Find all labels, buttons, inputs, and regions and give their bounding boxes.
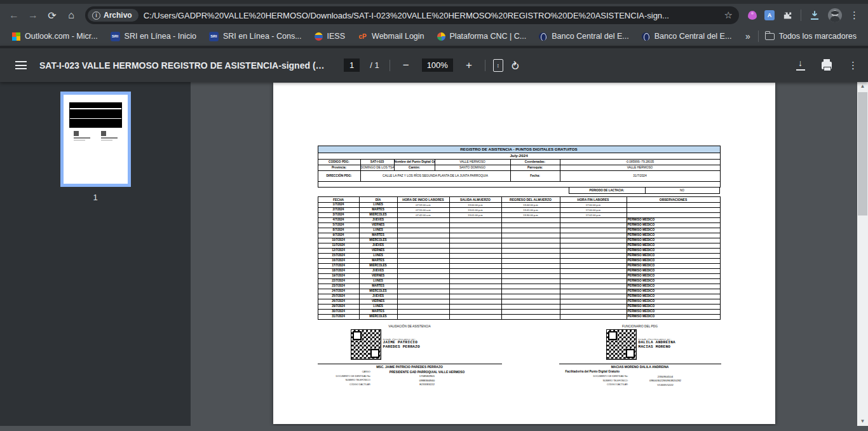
cell-observaciones bbox=[627, 213, 720, 218]
scrollbar-thumb[interactable] bbox=[858, 92, 867, 216]
file-scheme-chip[interactable]: i Archivo bbox=[88, 9, 139, 22]
cargo-value: Facilitador/ra del Punto Digital Gratuit… bbox=[566, 370, 620, 373]
browser-menu-icon[interactable]: ⋮ bbox=[850, 10, 859, 21]
cell-salida bbox=[449, 259, 501, 264]
thumbnail-sidebar: 1 bbox=[0, 82, 191, 426]
cell-dia: JUEVES bbox=[359, 294, 397, 299]
cell-dia: MIÉRCOLES bbox=[359, 264, 397, 269]
bookmark-item[interactable]: Banco Central del E... bbox=[533, 30, 635, 43]
bookmark-item[interactable]: SRI en Línea - Inicio bbox=[105, 30, 202, 43]
cell-fin bbox=[560, 304, 627, 310]
bookmark-item[interactable]: IESS bbox=[309, 30, 351, 43]
attendance-row: 29/7/2024 LUNES PERMISO MÉDICO bbox=[318, 304, 720, 310]
extensions-puzzle-icon[interactable] bbox=[782, 10, 793, 21]
bookmark-item[interactable]: SRI en Línea - Cons... bbox=[203, 30, 308, 43]
cell-observaciones bbox=[627, 203, 720, 208]
attendance-row: 8/7/2024 LUNES PERMISO MÉDICO bbox=[318, 228, 720, 233]
viewer-canvas: REGISTRO DE ASISTENCIA - PUNTOS DIGITALE… bbox=[191, 82, 857, 426]
cell-salida bbox=[449, 315, 501, 320]
cell-regreso bbox=[501, 254, 560, 259]
print-icon[interactable] bbox=[822, 62, 832, 69]
scroll-up-icon[interactable]: ▲ bbox=[857, 82, 868, 91]
cell-fecha: 16/7/2024 bbox=[318, 259, 359, 264]
menu-hamburger-icon[interactable] bbox=[15, 61, 27, 69]
cell-dia: LUNES bbox=[359, 254, 397, 259]
zoom-in-button[interactable]: + bbox=[461, 59, 477, 72]
bookmark-item[interactable]: Webmail Login bbox=[352, 30, 430, 43]
extension-icon[interactable] bbox=[748, 11, 757, 20]
bookmarks-overflow-chevron[interactable]: » bbox=[739, 31, 757, 41]
signature-section-title: FUNCIONARIO DEL PDG bbox=[559, 325, 721, 328]
zoom-out-button[interactable]: − bbox=[398, 59, 414, 72]
toolbar-divider bbox=[485, 60, 485, 71]
cell-salida bbox=[449, 249, 501, 254]
detail-value: 1708582901 bbox=[375, 374, 480, 378]
zoom-level[interactable]: 100% bbox=[422, 58, 453, 72]
bookmark-star-icon[interactable]: ☆ bbox=[724, 10, 733, 21]
cell-fecha: 2/7/2024 bbox=[318, 208, 359, 213]
cell-salida bbox=[449, 269, 501, 274]
back-icon[interactable]: ← bbox=[5, 6, 23, 24]
cell-fin bbox=[560, 279, 627, 284]
cell-inicio bbox=[397, 243, 449, 249]
cell-inicio bbox=[397, 238, 449, 243]
pdf-page: REGISTRO DE ASISTENCIA - PUNTOS DIGITALE… bbox=[273, 83, 775, 424]
cell-dia: MARTES bbox=[359, 310, 397, 315]
scroll-down-icon[interactable]: ▼ bbox=[857, 417, 868, 426]
bookmark-item[interactable]: Plataforma CNC | C... bbox=[431, 30, 532, 43]
direccion-value: CALLE LA PAZ Y LOS RÍOS SEGUNDA PLANTA D… bbox=[360, 171, 510, 182]
bookmark-label: Plataforma CNC | C... bbox=[450, 32, 527, 41]
forward-icon[interactable]: → bbox=[24, 6, 42, 24]
cell-regreso bbox=[501, 238, 560, 243]
fit-to-page-icon[interactable]: ↕ bbox=[493, 59, 503, 72]
reload-icon[interactable]: ⟳ bbox=[43, 6, 61, 24]
home-icon[interactable]: ⌂ bbox=[62, 6, 80, 24]
page-count: / 1 bbox=[370, 60, 379, 70]
download-icon[interactable] bbox=[796, 61, 805, 70]
cell-fecha: 18/7/2024 bbox=[318, 269, 359, 274]
cell-fin bbox=[560, 310, 627, 315]
page-number-input[interactable]: 1 bbox=[344, 58, 360, 72]
header-inicio: HORA DE INICIO LABORES bbox=[397, 197, 449, 203]
cell-fin bbox=[560, 254, 627, 259]
downloads-icon[interactable] bbox=[809, 10, 820, 21]
bookmarks-divider bbox=[758, 31, 759, 42]
page-thumbnail[interactable] bbox=[60, 92, 131, 187]
bookmark-item[interactable]: Outlook.com - Micr... bbox=[6, 30, 104, 43]
attendance-row: 16/7/2024 MARTES PERMISO MÉDICO bbox=[318, 259, 720, 264]
rotate-icon[interactable]: ⟳ bbox=[508, 60, 522, 69]
cell-dia: MARTES bbox=[359, 233, 397, 238]
attendance-row: 15/7/2024 LUNES PERMISO MÉDICO bbox=[318, 254, 720, 259]
cell-regreso bbox=[501, 264, 560, 269]
document-title: REGISTRO DE ASISTENCIA - PUNTOS DIGITALE… bbox=[318, 146, 720, 153]
attendance-row: 24/7/2024 MIÉRCOLES PERMISO MÉDICO bbox=[318, 289, 720, 294]
detail-label: CÓDIGO DACTILAR: bbox=[559, 383, 632, 386]
thumbnail-signatures-preview bbox=[74, 131, 118, 140]
bookmark-label: Webmail Login bbox=[372, 32, 424, 41]
vertical-scrollbar[interactable]: ▲ ▼ bbox=[857, 82, 868, 426]
parroquia-label: Parroquia: bbox=[510, 165, 560, 171]
scheme-label: Archivo bbox=[104, 11, 132, 20]
folder-icon bbox=[765, 33, 775, 40]
cell-fin bbox=[560, 243, 627, 249]
detail-label: NÚMERO TELEFÓNICO: bbox=[318, 379, 375, 381]
attendance-row: 9/7/2024 MARTES PERMISO MÉDICO bbox=[318, 233, 720, 238]
translate-extension-icon[interactable]: A bbox=[764, 10, 775, 20]
cell-fecha: 4/7/2024 bbox=[318, 218, 359, 223]
pdf-menu-icon[interactable]: ⋮ bbox=[848, 60, 858, 71]
cell-observaciones: PERMISO MÉDICO bbox=[627, 238, 720, 243]
cell-fecha: 22/7/2024 bbox=[318, 279, 359, 284]
profile-avatar[interactable] bbox=[828, 8, 842, 22]
all-bookmarks-button[interactable]: Todos los marcadores bbox=[760, 32, 862, 41]
header-salida: SALIDA ALMUERZO bbox=[449, 197, 501, 203]
address-bar[interactable]: i Archivo C:/Users/GADPR%20VALLE%20HERMO… bbox=[85, 6, 739, 24]
cell-inicio bbox=[397, 304, 449, 310]
signature-section-title: VALIDACIÓN DE ASISTENCIA bbox=[318, 325, 502, 328]
thumbnail-page-number: 1 bbox=[93, 193, 97, 202]
detail-label: DOCUMENTO DE IDENTIDAD No: bbox=[318, 375, 375, 378]
cell-dia: LUNES bbox=[359, 304, 397, 310]
signature-block-validacion: VALIDACIÓN DE ASISTENCIA Firmado electró… bbox=[318, 325, 502, 328]
bookmark-item[interactable]: Banco Central del E... bbox=[636, 30, 738, 43]
cell-fecha: 15/7/2024 bbox=[318, 254, 359, 259]
cell-fecha: 29/7/2024 bbox=[318, 304, 359, 310]
